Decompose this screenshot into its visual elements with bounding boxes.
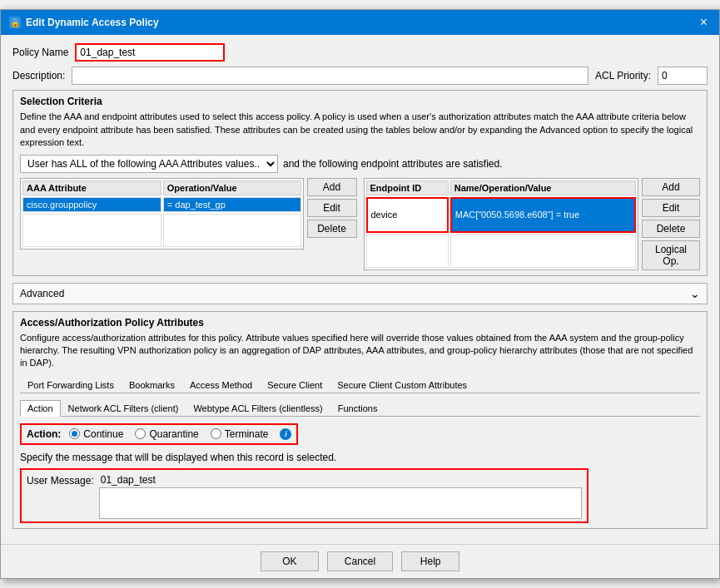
radio-terminate[interactable]: Terminate (211, 428, 269, 440)
action-radio-group: Continue Quarantine Terminate i (69, 428, 291, 440)
endpoint-table-buttons: Add Edit Delete Logical Op. (642, 178, 700, 270)
description-label: Description: (12, 70, 65, 82)
tab-functions[interactable]: Functions (330, 400, 385, 417)
access-section-desc: Configure access/authorization attribute… (20, 332, 700, 370)
endpoint-col2-header: Name/Operation/Value (450, 180, 636, 195)
aaa-table-buttons: Add Edit Delete (307, 178, 357, 250)
terminate-radio-button[interactable] (211, 428, 221, 439)
help-button[interactable]: Help (401, 551, 459, 571)
user-message-row: User Message: 01_dap_test (20, 468, 700, 523)
access-section: Access/Authorization Policy Attributes C… (12, 311, 708, 529)
title-bar: 🔒 Edit Dynamic Access Policy × (1, 10, 719, 35)
selection-criteria-title: Selection Criteria (20, 96, 700, 107)
continue-label: Continue (83, 428, 123, 440)
dialog-footer: OK Cancel Help (1, 544, 719, 578)
access-section-title: Access/Authorization Policy Attributes (20, 317, 700, 329)
endpoint-edit-button[interactable]: Edit (642, 199, 700, 217)
description-input[interactable] (72, 67, 588, 85)
endpoint-delete-button[interactable]: Delete (642, 220, 700, 238)
selection-criteria-desc: Define the AAA and endpoint attributes u… (20, 111, 700, 149)
advanced-label: Advanced (20, 288, 64, 299)
tab-action[interactable]: Action (20, 400, 61, 417)
tab-webtype-acl[interactable]: Webtype ACL Filters (clientless) (186, 400, 330, 417)
user-message-value-text: 01_dap_test (99, 472, 582, 487)
endpoint-table-with-buttons: Endpoint ID Name/Operation/Value device … (364, 178, 701, 270)
aaa-table-row[interactable]: cisco.grouppolicy = dap_test_gp (22, 197, 301, 212)
endpoint-table-row[interactable]: device MAC["0050.5698.e608"] = true (366, 197, 637, 233)
aaa-edit-button[interactable]: Edit (307, 199, 357, 217)
close-button[interactable]: × (697, 15, 711, 30)
chevron-down-icon: ⌄ (690, 287, 700, 300)
aaa-col2-header: Operation/Value (163, 180, 301, 195)
selection-criteria-section: Selection Criteria Define the AAA and en… (12, 90, 708, 275)
policy-name-label: Policy Name (12, 47, 68, 58)
endpoint-table: Endpoint ID Name/Operation/Value device … (364, 178, 639, 270)
title-bar-left: 🔒 Edit Dynamic Access Policy (9, 17, 159, 28)
aaa-table-section: AAA Attribute Operation/Value cisco.grou… (20, 178, 357, 250)
dropdown-row: User has ALL of the following AAA Attrib… (20, 155, 700, 173)
endpoint-cell-value: MAC["0050.5698.e608"] = true (450, 197, 636, 233)
dialog-content: Policy Name Description: ACL Priority: S… (1, 35, 719, 543)
acl-priority-input[interactable] (658, 67, 708, 85)
action-label: Action: (27, 428, 61, 440)
radio-quarantine[interactable]: Quarantine (135, 428, 198, 440)
and-text: and the following endpoint attributes ar… (283, 155, 503, 173)
aaa-add-button[interactable]: Add (307, 178, 357, 196)
tab-access-method[interactable]: Access Method (182, 377, 260, 393)
aaa-dropdown[interactable]: User has ALL of the following AAA Attrib… (20, 155, 278, 173)
endpoint-cell-id: device (366, 197, 449, 233)
message-desc: Specify the message that will be display… (20, 452, 700, 463)
aaa-delete-button[interactable]: Delete (307, 220, 357, 238)
user-message-input-area: 01_dap_test (99, 472, 582, 519)
tab-port-forwarding[interactable]: Port Forwarding Lists (20, 377, 122, 393)
tab-secure-client[interactable]: Secure Client (260, 377, 330, 393)
ok-button[interactable]: OK (261, 551, 319, 571)
logical-op-button[interactable]: Logical Op. (642, 240, 700, 270)
endpoint-col1-header: Endpoint ID (366, 180, 449, 195)
tab-secure-client-custom[interactable]: Secure Client Custom Attributes (330, 377, 474, 393)
endpoint-add-button[interactable]: Add (642, 178, 700, 196)
user-message-textarea[interactable] (99, 487, 582, 519)
aaa-table: AAA Attribute Operation/Value cisco.grou… (20, 178, 304, 250)
cancel-button[interactable]: Cancel (327, 551, 393, 571)
acl-priority-label: ACL Priority: (595, 70, 651, 82)
aaa-cell-value: = dap_test_gp (163, 197, 301, 212)
bottom-tabs-header: Action Network ACL Filters (client) Webt… (20, 400, 700, 417)
dialog-title: Edit Dynamic Access Policy (26, 17, 159, 28)
user-message-label: User Message: (27, 475, 94, 487)
quarantine-radio-button[interactable] (135, 428, 146, 439)
aaa-col1-header: AAA Attribute (22, 180, 161, 195)
continue-radio-button[interactable] (69, 428, 80, 439)
policy-name-row: Policy Name (12, 43, 708, 62)
description-row: Description: ACL Priority: (12, 67, 708, 85)
aaa-cell-grouppolicy: cisco.grouppolicy (22, 197, 161, 212)
dialog-icon: 🔒 (9, 17, 21, 28)
tab-network-acl[interactable]: Network ACL Filters (client) (61, 400, 186, 417)
quarantine-label: Quarantine (149, 428, 198, 440)
user-message-wrapper: User Message: 01_dap_test (20, 468, 588, 523)
info-icon: i (280, 428, 291, 440)
top-tabs-header: Port Forwarding Lists Bookmarks Access M… (20, 377, 700, 393)
tables-row: AAA Attribute Operation/Value cisco.grou… (20, 178, 700, 270)
advanced-row[interactable]: Advanced ⌄ (12, 283, 708, 304)
endpoint-table-section: Endpoint ID Name/Operation/Value device … (364, 178, 701, 270)
terminate-label: Terminate (225, 428, 269, 440)
action-container: Action: Continue Quarantine Terminate (20, 423, 700, 445)
action-row: Action: Continue Quarantine Terminate (20, 423, 298, 445)
aaa-table-with-buttons: AAA Attribute Operation/Value cisco.grou… (20, 178, 357, 250)
radio-continue[interactable]: Continue (69, 428, 123, 440)
edit-dap-dialog: 🔒 Edit Dynamic Access Policy × Policy Na… (0, 9, 720, 578)
policy-name-input[interactable] (75, 43, 225, 62)
tab-bookmarks[interactable]: Bookmarks (122, 377, 182, 393)
